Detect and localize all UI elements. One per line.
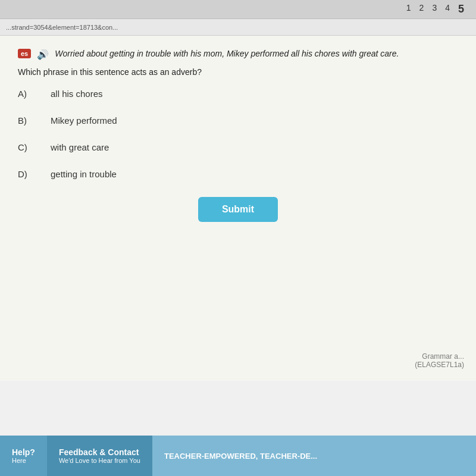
sub-question: Which phrase in this sentence acts as an… bbox=[18, 67, 458, 77]
option-b-text: Mikey performed bbox=[51, 115, 117, 126]
help-label: Help? bbox=[12, 447, 35, 457]
es-badge: es bbox=[18, 49, 31, 58]
option-a[interactable]: A) all his chores bbox=[18, 89, 458, 99]
feedback-sub: We'd Love to Hear from You bbox=[59, 457, 140, 464]
page-1[interactable]: 1 bbox=[406, 3, 411, 15]
question-header: es 🔊 Worried about getting in trouble wi… bbox=[18, 48, 458, 60]
url-text: ...strand=3054&element=18713&con... bbox=[6, 24, 118, 31]
option-c-letter: C) bbox=[18, 142, 51, 152]
top-bar: 1 2 3 4 5 bbox=[0, 0, 476, 19]
page-4[interactable]: 4 bbox=[445, 3, 450, 15]
option-d-letter: D) bbox=[18, 169, 51, 179]
page-5-active[interactable]: 5 bbox=[458, 3, 464, 15]
option-b-letter: B) bbox=[18, 115, 51, 126]
footer-feedback[interactable]: Feedback & Contact We'd Love to Hear fro… bbox=[47, 436, 152, 476]
standard-line2: (ELAGSE7L1a) bbox=[415, 361, 464, 369]
feedback-title: Feedback & Contact bbox=[59, 447, 140, 457]
question-sentence: Worried about getting in trouble with hi… bbox=[55, 48, 399, 60]
page-3[interactable]: 3 bbox=[432, 3, 437, 15]
footer-help[interactable]: Help? Here bbox=[0, 436, 47, 476]
submit-container: Submit bbox=[18, 197, 458, 222]
footer: Help? Here Feedback & Contact We'd Love … bbox=[0, 436, 476, 476]
option-a-text: all his chores bbox=[51, 89, 103, 99]
main-content: es 🔊 Worried about getting in trouble wi… bbox=[0, 36, 476, 381]
option-d[interactable]: D) getting in trouble bbox=[18, 169, 458, 179]
submit-button[interactable]: Submit bbox=[198, 197, 278, 222]
page-numbers: 1 2 3 4 5 bbox=[406, 3, 464, 15]
option-b[interactable]: B) Mikey performed bbox=[18, 115, 458, 126]
url-bar: ...strand=3054&element=18713&con... bbox=[0, 19, 476, 36]
option-c-text: with great care bbox=[51, 142, 109, 152]
help-sub: Here bbox=[12, 457, 35, 464]
standard-line1: Grammar a... bbox=[415, 352, 464, 361]
option-a-letter: A) bbox=[18, 89, 51, 99]
page-2[interactable]: 2 bbox=[419, 3, 424, 15]
standard-label: Grammar a... (ELAGSE7L1a) bbox=[415, 352, 464, 369]
speaker-icon[interactable]: 🔊 bbox=[37, 49, 49, 60]
option-c[interactable]: C) with great care bbox=[18, 142, 458, 152]
footer-tagline: TEACHER-EMPOWERED, TEACHER-DE... bbox=[152, 436, 329, 476]
option-d-text: getting in trouble bbox=[51, 169, 117, 179]
